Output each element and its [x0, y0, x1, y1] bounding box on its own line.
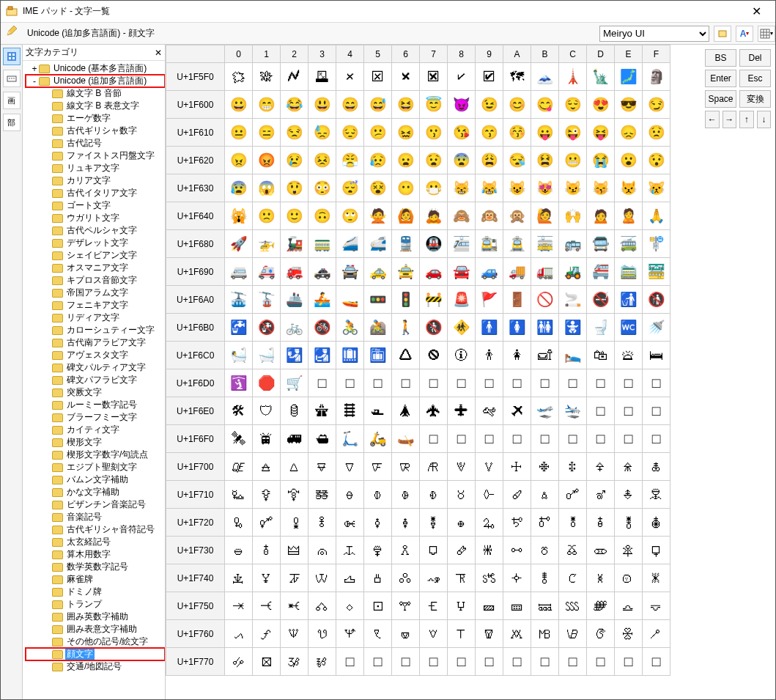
- char-cell[interactable]: 😰: [225, 174, 253, 202]
- char-cell[interactable]: □: [448, 425, 476, 453]
- char-cell[interactable]: 🜖: [392, 481, 420, 509]
- tree-item[interactable]: カリア文字: [26, 174, 165, 187]
- char-cell[interactable]: 🚾: [615, 314, 643, 342]
- char-cell[interactable]: □: [559, 648, 587, 676]
- char-cell[interactable]: 🗵: [364, 63, 392, 91]
- char-cell[interactable]: 🚙: [476, 258, 503, 286]
- char-cell[interactable]: 🚼: [559, 314, 587, 342]
- char-cell[interactable]: 🝀: [225, 564, 253, 592]
- char-cell[interactable]: 😧: [420, 147, 448, 174]
- char-cell[interactable]: □: [476, 648, 503, 676]
- char-cell[interactable]: 🛅: [364, 342, 392, 369]
- char-cell[interactable]: 🗽: [587, 63, 615, 91]
- char-cell[interactable]: 🛩: [476, 397, 503, 425]
- char-cell[interactable]: □: [308, 369, 336, 397]
- char-cell[interactable]: 🝖: [392, 592, 420, 620]
- char-cell[interactable]: 🜬: [559, 509, 587, 537]
- tree-toggle[interactable]: -: [30, 76, 39, 86]
- char-cell[interactable]: 🝉: [476, 564, 503, 592]
- char-cell[interactable]: 😬: [559, 147, 587, 174]
- char-cell[interactable]: 🜑: [253, 481, 281, 509]
- char-cell[interactable]: 😼: [559, 174, 587, 202]
- char-cell[interactable]: 😔: [336, 119, 364, 147]
- char-cell[interactable]: 🝯: [643, 620, 670, 648]
- char-cell[interactable]: 🜨: [448, 509, 476, 537]
- char-cell[interactable]: 🚻: [531, 314, 559, 342]
- char-cell[interactable]: 🚮: [615, 286, 643, 314]
- char-cell[interactable]: □: [503, 369, 531, 397]
- char-cell[interactable]: 🝱: [253, 648, 281, 676]
- char-cell[interactable]: □: [615, 425, 643, 453]
- char-cell[interactable]: 🚛: [531, 258, 559, 286]
- tree-item[interactable]: バムン文字補助: [26, 474, 165, 486]
- char-cell[interactable]: 🚸: [448, 314, 476, 342]
- char-cell[interactable]: 😲: [281, 174, 308, 202]
- char-cell[interactable]: 🛵: [364, 425, 392, 453]
- close-button[interactable]: ✕: [742, 1, 771, 22]
- char-cell[interactable]: 🝍: [587, 564, 615, 592]
- char-cell[interactable]: 😁: [253, 91, 281, 119]
- char-cell[interactable]: 🜠: [225, 509, 253, 537]
- char-cell[interactable]: 🝤: [336, 620, 364, 648]
- char-cell[interactable]: 😙: [476, 119, 503, 147]
- tree-item[interactable]: ビザンチン音楽記号: [26, 498, 165, 511]
- char-cell[interactable]: 🚦: [392, 286, 420, 314]
- char-cell[interactable]: 🝗: [420, 592, 448, 620]
- char-cell[interactable]: □: [559, 425, 587, 453]
- tree-item[interactable]: 古代ギリシャ数字: [26, 125, 165, 137]
- font-select[interactable]: Meiryo UI: [599, 26, 709, 42]
- char-cell[interactable]: 😣: [308, 147, 336, 174]
- char-cell[interactable]: 😅: [364, 91, 392, 119]
- char-cell[interactable]: 🝡: [253, 620, 281, 648]
- tree-item[interactable]: 音楽記号: [26, 511, 165, 523]
- tree-close-icon[interactable]: ✕: [155, 48, 162, 58]
- char-cell[interactable]: 🝝: [587, 592, 615, 620]
- char-cell[interactable]: □: [531, 648, 559, 676]
- char-cell[interactable]: 😨: [448, 147, 476, 174]
- tree-item[interactable]: 古代南アラビア文字: [26, 336, 165, 349]
- char-cell[interactable]: 🜛: [531, 481, 559, 509]
- char-cell[interactable]: 🗹: [476, 63, 503, 91]
- char-cell[interactable]: 🝈: [448, 564, 476, 592]
- char-cell[interactable]: 🝕: [364, 592, 392, 620]
- char-cell[interactable]: 🝜: [559, 592, 587, 620]
- char-cell[interactable]: 🜮: [615, 509, 643, 537]
- char-cell[interactable]: 🝩: [476, 620, 503, 648]
- char-cell[interactable]: 🜙: [476, 481, 503, 509]
- char-cell[interactable]: 🚨: [448, 286, 476, 314]
- tree-item[interactable]: -Unicode (追加多言語面): [26, 75, 165, 87]
- char-cell[interactable]: 😵: [364, 174, 392, 202]
- char-cell[interactable]: 😿: [643, 174, 670, 202]
- char-cell[interactable]: 🜐: [225, 481, 253, 509]
- char-cell[interactable]: 🜦: [392, 509, 420, 537]
- char-cell[interactable]: 🛑: [253, 369, 281, 397]
- char-cell[interactable]: 🜩: [476, 509, 503, 537]
- char-cell[interactable]: 🝮: [615, 620, 643, 648]
- char-cell[interactable]: 🜻: [531, 537, 559, 564]
- tree-item[interactable]: フェニキア文字: [26, 299, 165, 312]
- char-cell[interactable]: 🜀: [225, 453, 253, 481]
- char-cell[interactable]: □: [336, 648, 364, 676]
- char-cell[interactable]: 🜚: [503, 481, 531, 509]
- mode-soft-keyboard[interactable]: [3, 70, 21, 87]
- char-cell[interactable]: 🙀: [225, 202, 253, 230]
- char-cell[interactable]: 🝫: [531, 620, 559, 648]
- char-cell[interactable]: 🝧: [420, 620, 448, 648]
- char-cell[interactable]: 🙆: [392, 202, 420, 230]
- char-cell[interactable]: 🙄: [336, 202, 364, 230]
- char-cell[interactable]: 🚷: [420, 314, 448, 342]
- char-cell[interactable]: 🚖: [392, 258, 420, 286]
- char-cell[interactable]: 🜡: [253, 509, 281, 537]
- char-cell[interactable]: 😾: [615, 174, 643, 202]
- char-cell[interactable]: 🚇: [420, 230, 448, 258]
- char-cell[interactable]: 🜥: [364, 509, 392, 537]
- char-cell[interactable]: 🝳: [308, 648, 336, 676]
- char-cell[interactable]: 😮: [615, 147, 643, 174]
- tree-item[interactable]: 古代ペルシャ文字: [26, 224, 165, 237]
- char-cell[interactable]: 🚯: [643, 286, 670, 314]
- char-cell[interactable]: 🚳: [308, 314, 336, 342]
- char-cell[interactable]: 😖: [392, 119, 420, 147]
- char-cell[interactable]: 🜯: [643, 509, 670, 537]
- char-cell[interactable]: 🚝: [587, 258, 615, 286]
- tree-item[interactable]: ファイストス円盤文字: [26, 150, 165, 162]
